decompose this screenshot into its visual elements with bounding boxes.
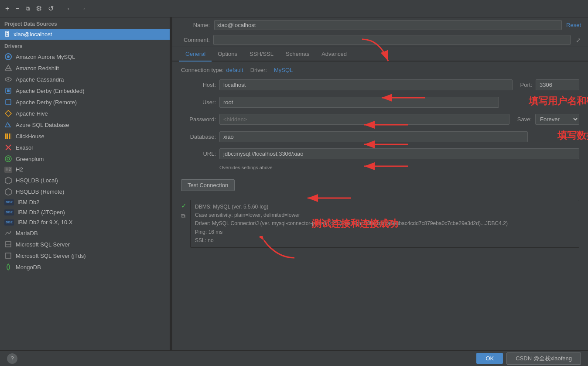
refresh-button[interactable]: ↺ — [46, 3, 55, 14]
active-datasource-item[interactable]: 🗄 xiao@localhost — [0, 29, 170, 40]
password-label: Password: — [181, 116, 216, 123]
comment-input[interactable] — [213, 35, 571, 45]
driver-item-apache-derby-embedded[interactable]: Apache Derby (Embedded) — [0, 85, 170, 96]
derby-embedded-icon — [4, 87, 12, 95]
svg-rect-12 — [7, 133, 8, 139]
expand-icon[interactable]: ⤢ — [576, 37, 581, 44]
mssql-icon — [4, 240, 12, 248]
test-connection-area: Test Connection — [181, 176, 579, 195]
driver-item-ibm-db2-9x[interactable]: DB2 IBM Db2 for 9.X, 10.X — [0, 217, 170, 227]
remove-button[interactable]: − — [14, 4, 21, 14]
comment-label: Comment: — [179, 37, 210, 43]
svg-marker-10 — [5, 110, 11, 116]
result-content: DBMS: MySQL (ver. 5.5.60-log) Case sensi… — [190, 200, 579, 248]
driver-item-greenplum[interactable]: Greenplum — [0, 153, 170, 164]
host-port-row: Host: Port: — [181, 79, 579, 90]
save-label: Save: — [517, 116, 532, 123]
svg-rect-13 — [9, 133, 10, 139]
database-row: Database: 填写数据库 — [181, 130, 579, 143]
driver-item-azure-sql[interactable]: Azure SQL Database — [0, 119, 170, 130]
result-icons: ✓ ⧉ — [181, 200, 187, 220]
svg-rect-14 — [10, 133, 11, 139]
tab-general[interactable]: General — [179, 47, 212, 62]
driver-item-h2[interactable]: H2 H2 — [0, 164, 170, 174]
project-datasources-header: Project Data Sources — [0, 17, 170, 29]
driver-item-ibm-db2[interactable]: DB2 IBM Db2 — [0, 197, 170, 207]
url-input[interactable] — [219, 148, 579, 159]
help-button[interactable]: ? — [7, 353, 17, 364]
driver-item-clickhouse[interactable]: ClickHouse — [0, 130, 170, 142]
driver-name: Apache Cassandra — [16, 76, 64, 83]
tab-advanced[interactable]: Advanced — [315, 47, 353, 62]
name-label: Name: — [179, 22, 210, 28]
svg-marker-20 — [5, 188, 11, 195]
driver-item-apache-cassandra[interactable]: Apache Cassandra — [0, 74, 170, 85]
driver-name: IBM Db2 for 9.X, 10.X — [17, 219, 72, 226]
fill-database-annotation: 填写数据库 — [557, 129, 588, 142]
comment-row: Comment: ⤢ — [172, 33, 588, 47]
greenplum-icon — [4, 155, 12, 163]
user-row: User: 填写用户名和密码 — [181, 96, 579, 109]
driver-name: HSQLDB (Remote) — [16, 188, 64, 195]
test-connection-button[interactable]: Test Connection — [181, 179, 235, 191]
back-button[interactable]: ← — [65, 4, 75, 14]
database-label: Database: — [181, 133, 216, 140]
add-button[interactable]: + — [3, 4, 11, 14]
copy-button[interactable]: ⧉ — [24, 4, 31, 13]
svg-point-1 — [7, 55, 10, 58]
svg-marker-19 — [5, 177, 11, 184]
driver-name: Amazon Redshift — [16, 65, 59, 72]
host-input[interactable] — [219, 79, 513, 90]
tab-ssh-ssl[interactable]: SSH/SSL — [243, 47, 280, 62]
password-input[interactable] — [219, 114, 509, 125]
copy-result-icon[interactable]: ⧉ — [181, 212, 187, 220]
cancel-label[interactable]: CSDN @全栈xiaofeng — [506, 352, 581, 365]
driver-item-apache-derby-remote[interactable]: Apache Derby (Remote) — [0, 96, 170, 108]
forward-button[interactable]: → — [78, 4, 88, 14]
driver-item-mssql[interactable]: Microsoft SQL Server — [0, 239, 170, 250]
port-input[interactable] — [536, 79, 579, 90]
driver-item-exasol[interactable]: Exasol — [0, 142, 170, 153]
tab-schemas[interactable]: Schemas — [280, 47, 315, 62]
save-select[interactable]: Forever Until restart Never — [535, 114, 579, 125]
port-label: Port: — [520, 82, 532, 88]
user-label: User: — [181, 99, 216, 106]
toolbar-separator — [60, 4, 60, 13]
driver-prefix: Driver: — [250, 67, 267, 73]
result-line4: Ping: 16 ms — [195, 228, 574, 236]
url-label: URL: — [181, 151, 216, 157]
h2-icon: H2 — [4, 167, 12, 173]
driver-item-mssql-jtds[interactable]: Microsoft SQL Server (jTds) — [0, 250, 170, 261]
database-icon: 🗄 — [4, 31, 10, 38]
toolbar: + − ⧉ ⚙ ↺ ← → — [0, 0, 588, 17]
reset-button[interactable]: Reset — [566, 22, 581, 28]
driver-item-hsqldb-local[interactable]: HSQLDB (Local) — [0, 174, 170, 186]
password-row: Password: Save: Forever Until restart Ne… — [181, 114, 579, 125]
settings-button[interactable]: ⚙ — [34, 3, 44, 14]
ok-button[interactable]: OK — [476, 353, 503, 364]
result-line5: SSL: no — [195, 236, 574, 245]
driver-item-amazon-aurora-mysql[interactable]: Amazon Aurora MySQL — [0, 51, 170, 62]
user-input[interactable] — [219, 97, 499, 108]
driver-name: Microsoft SQL Server (jTds) — [16, 253, 86, 259]
driver-name: Microsoft SQL Server — [16, 241, 70, 248]
driver-item-ibm-db2-jtopen[interactable]: DB2 IBM Db2 (JTOpen) — [0, 207, 170, 217]
ibm-db2-9x-icon: DB2 — [4, 219, 14, 226]
driver-name: Azure SQL Database — [16, 122, 69, 128]
driver-item-mongodb[interactable]: MongoDB — [0, 261, 170, 273]
result-line2: Case sensitivity: plain=lower, delimited… — [195, 211, 574, 219]
name-input[interactable] — [214, 20, 562, 30]
driver-name: IBM Db2 (JTOpen) — [17, 209, 65, 215]
result-line1: DBMS: MySQL (ver. 5.5.60-log) — [195, 203, 574, 211]
driver-item-hsqldb-remote[interactable]: HSQLDB (Remote) — [0, 186, 170, 197]
driver-item-apache-hive[interactable]: Apache Hive — [0, 108, 170, 119]
hsqldb-remote-icon — [4, 188, 12, 195]
database-input[interactable] — [219, 131, 528, 142]
mssql-jtds-icon — [4, 252, 12, 260]
driver-item-mariadb[interactable]: MariaDB — [0, 227, 170, 239]
driver-item-amazon-redshift[interactable]: Amazon Redshift — [0, 62, 170, 74]
tab-options[interactable]: Options — [212, 47, 243, 62]
redshift-icon — [4, 64, 12, 72]
main-content: Project Data Sources 🗄 xiao@localhost Dr… — [0, 17, 588, 350]
driver-name: Exasol — [16, 144, 33, 151]
